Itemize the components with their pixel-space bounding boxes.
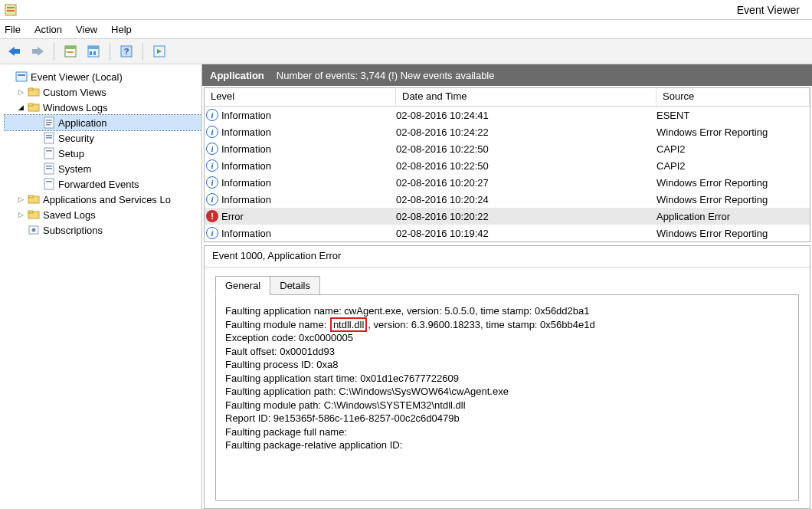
- log-icon: [43, 117, 55, 129]
- info-icon: i: [206, 109, 218, 121]
- cell-date: 02-08-2016 10:19:42: [396, 228, 656, 239]
- tree-windows-logs[interactable]: ◢ Windows Logs: [5, 100, 201, 115]
- cell-date: 02-08-2016 10:20:22: [396, 211, 656, 222]
- svg-rect-27: [46, 124, 51, 126]
- tree-system[interactable]: System: [5, 161, 201, 176]
- refresh-view-button[interactable]: [149, 41, 169, 61]
- cell-level: iInformation: [205, 193, 396, 205]
- tree-forwarded-events[interactable]: Forwarded Events: [5, 176, 201, 192]
- svg-point-43: [32, 228, 36, 232]
- event-row[interactable]: iInformation02-08-2016 10:20:24Windows E…: [205, 191, 810, 208]
- detail-line: Faulting application path: C:\Windows\Sy…: [225, 385, 789, 399]
- log-header-bar: Application Number of events: 3,744 (!) …: [202, 64, 812, 86]
- expand-glyph[interactable]: ▷: [17, 88, 25, 96]
- properties-button[interactable]: [83, 41, 103, 61]
- column-level[interactable]: Level: [205, 88, 396, 106]
- svg-rect-31: [44, 148, 54, 159]
- level-text: Information: [221, 228, 271, 239]
- log-name: Application: [210, 70, 264, 81]
- svg-rect-26: [46, 122, 52, 123]
- menu-file[interactable]: File: [5, 24, 21, 35]
- expand-glyph[interactable]: ▷: [17, 195, 25, 203]
- expand-glyph[interactable]: ▷: [17, 211, 25, 218]
- event-list[interactable]: Level Date and Time Source iInformation0…: [204, 87, 810, 242]
- event-detail-title: Event 1000, Application Error: [205, 246, 810, 268]
- tree-label: Forwarded Events: [58, 179, 139, 190]
- svg-rect-25: [46, 120, 52, 121]
- menu-help[interactable]: Help: [111, 24, 132, 35]
- tree-custom-views[interactable]: ▷ Custom Views: [5, 84, 201, 100]
- svg-rect-18: [16, 72, 27, 81]
- menu-bar: File Action View Help: [0, 20, 812, 38]
- collapse-glyph[interactable]: ◢: [17, 103, 25, 111]
- tree-application[interactable]: Application: [5, 115, 201, 130]
- svg-rect-29: [46, 135, 52, 136]
- column-headers[interactable]: Level Date and Time Source: [205, 88, 810, 107]
- svg-text:?: ?: [124, 47, 129, 56]
- show-hide-tree-button[interactable]: [61, 41, 80, 61]
- error-icon: !: [206, 210, 218, 222]
- svg-rect-8: [65, 46, 76, 49]
- event-row[interactable]: iInformation02-08-2016 10:22:50CAPI2: [205, 157, 810, 174]
- svg-rect-9: [67, 51, 74, 53]
- folder-icon: [28, 101, 40, 113]
- info-icon: i: [206, 143, 218, 155]
- event-row[interactable]: !Error02-08-2016 10:20:22Application Err…: [205, 208, 810, 225]
- info-icon: i: [206, 126, 218, 138]
- svg-rect-13: [93, 51, 96, 55]
- cell-level: iInformation: [205, 159, 396, 172]
- window-title: Event Viewer: [737, 4, 800, 16]
- menu-action[interactable]: Action: [34, 24, 62, 35]
- tree-setup[interactable]: Setup: [5, 146, 201, 161]
- cell-source: CAPI2: [656, 143, 810, 155]
- info-icon: i: [206, 159, 218, 172]
- cell-source: Windows Error Reporting: [656, 228, 810, 239]
- level-text: Error: [221, 211, 244, 222]
- tree-label: Event Viewer (Local): [31, 71, 123, 83]
- detail-tabs: General Details: [215, 275, 810, 294]
- event-row[interactable]: iInformation02-08-2016 10:22:50CAPI2: [205, 140, 810, 157]
- info-icon: i: [206, 176, 218, 189]
- cell-level: iInformation: [205, 143, 396, 155]
- tree-label: Setup: [58, 148, 84, 159]
- svg-rect-19: [18, 74, 25, 76]
- svg-marker-5: [38, 47, 44, 56]
- tree-root[interactable]: Event Viewer (Local): [5, 69, 201, 84]
- cell-level: iInformation: [205, 109, 396, 121]
- event-detail-pane: Event 1000, Application Error General De…: [204, 245, 810, 509]
- tree-subscriptions[interactable]: Subscriptions: [5, 222, 201, 238]
- tree-security[interactable]: Security: [5, 130, 201, 146]
- svg-rect-35: [46, 168, 52, 169]
- folder-icon: [28, 193, 40, 205]
- column-source[interactable]: Source: [656, 88, 810, 106]
- svg-rect-21: [28, 88, 33, 90]
- cell-source: CAPI2: [656, 160, 810, 172]
- log-summary: Number of events: 3,744 (!) New events a…: [277, 70, 495, 81]
- highlighted-module: ntdll.dll: [330, 317, 367, 332]
- help-button[interactable]: ?: [116, 41, 136, 61]
- navigation-tree[interactable]: Event Viewer (Local) ▷ Custom Views ◢ Wi…: [0, 64, 202, 509]
- svg-rect-39: [28, 195, 33, 198]
- event-row[interactable]: iInformation02-08-2016 10:24:22Windows E…: [205, 123, 810, 140]
- event-detail-body[interactable]: Faulting application name: cwAgent.exe, …: [215, 294, 799, 501]
- back-button[interactable]: [5, 41, 25, 61]
- event-row[interactable]: iInformation02-08-2016 10:20:27Windows E…: [205, 174, 810, 191]
- detail-line: Fault offset: 0x0001dd93: [225, 345, 789, 359]
- log-icon: [43, 163, 55, 175]
- app-icon: [5, 4, 17, 16]
- forward-button[interactable]: [28, 41, 47, 61]
- tab-details[interactable]: Details: [270, 276, 320, 295]
- column-date[interactable]: Date and Time: [396, 88, 656, 106]
- tab-general[interactable]: General: [215, 276, 270, 295]
- cell-date: 02-08-2016 10:24:22: [396, 126, 656, 138]
- title-bar: Event Viewer: [0, 0, 812, 20]
- event-row[interactable]: iInformation02-08-2016 10:19:42Windows E…: [205, 225, 810, 241]
- menu-view[interactable]: View: [76, 24, 97, 35]
- tree-label: Custom Views: [43, 87, 106, 98]
- event-row[interactable]: iInformation02-08-2016 10:24:41ESENT: [205, 107, 810, 123]
- tree-saved-logs[interactable]: ▷ Saved Logs: [5, 207, 201, 222]
- svg-rect-2: [7, 10, 15, 11]
- tree-apps-services[interactable]: ▷ Applications and Services Lo: [5, 192, 201, 207]
- eventviewer-icon: [15, 71, 28, 83]
- cell-level: !Error: [205, 210, 396, 222]
